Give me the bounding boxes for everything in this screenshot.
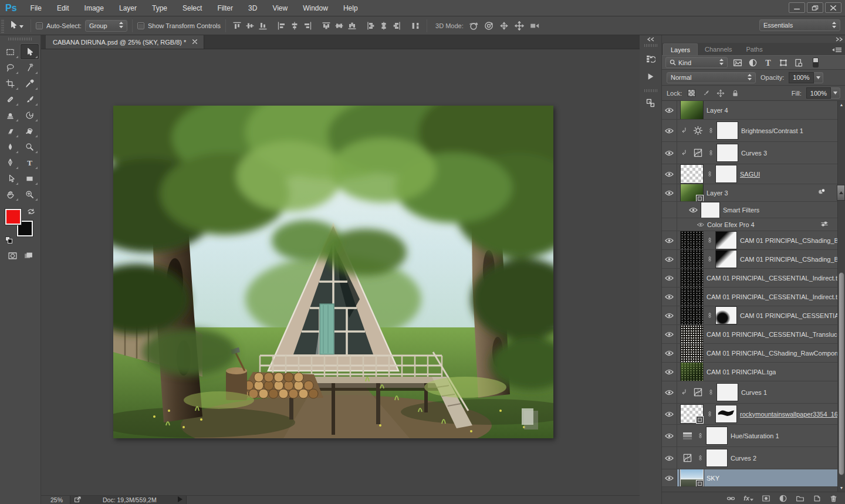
hand-tool[interactable] bbox=[1, 187, 19, 202]
layer-mask-thumbnail[interactable] bbox=[715, 231, 737, 249]
menu-item-view[interactable]: View bbox=[265, 0, 295, 16]
tools-panel-grip[interactable] bbox=[8, 38, 32, 40]
document-tab[interactable]: CABANA DIRUNA.psd @ 25% (SKY, RGB/8) * bbox=[46, 35, 204, 49]
layer-name[interactable]: Brightness/Contrast 1 bbox=[741, 127, 803, 134]
opacity-field[interactable]: 100% bbox=[789, 72, 823, 83]
new-layer-button[interactable] bbox=[813, 494, 822, 503]
3d-slide-button[interactable] bbox=[513, 19, 526, 32]
layer-visibility-toggle[interactable] bbox=[662, 404, 677, 424]
status-arrow-icon[interactable] bbox=[178, 496, 182, 503]
layer-visibility-toggle[interactable] bbox=[662, 325, 677, 343]
link-layers-button[interactable] bbox=[726, 494, 736, 503]
layer-row-content[interactable]: CAM 01 PRINCIPAL_CESSENTIAL_Indirect.t..… bbox=[677, 269, 845, 287]
layer-row-content[interactable]: CAM 01 PRINCIPAL_CShading_Bl... bbox=[677, 231, 845, 249]
layer-visibility-toggle[interactable] bbox=[662, 164, 677, 184]
menu-item-file[interactable]: File bbox=[23, 0, 49, 16]
layer-visibility-toggle[interactable] bbox=[662, 344, 677, 362]
auto-select-target-select[interactable]: Group bbox=[85, 20, 127, 32]
close-button[interactable] bbox=[825, 2, 841, 13]
layer-thumbnail[interactable] bbox=[680, 404, 704, 424]
layer-mask-thumbnail[interactable] bbox=[715, 306, 737, 324]
layer-visibility-toggle[interactable] bbox=[662, 363, 677, 381]
strip-grip[interactable] bbox=[644, 89, 657, 92]
menu-item-select[interactable]: Select bbox=[175, 0, 209, 16]
swap-colors-icon[interactable] bbox=[27, 208, 36, 219]
layer-row-cam-01-principal-cessential-[interactable]: CAM 01 PRINCIPAL_CESSENTIAL... bbox=[662, 306, 845, 325]
layer-row-content[interactable]: SAGUI bbox=[677, 164, 845, 184]
layer-thumbnail[interactable] bbox=[680, 269, 704, 287]
layer-row-content[interactable]: CAM 01 PRINCIPAL.tga bbox=[677, 363, 845, 381]
actions-panel-icon[interactable] bbox=[642, 68, 660, 84]
distribute-left-edges-button[interactable] bbox=[364, 19, 377, 32]
layer-name[interactable]: CAM 01 PRINCIPAL.tga bbox=[707, 368, 776, 376]
canvas-pasteboard[interactable] bbox=[41, 49, 640, 495]
menu-item-edit[interactable]: Edit bbox=[49, 0, 77, 16]
screen-mode-icon[interactable] bbox=[23, 251, 33, 263]
eyedropper-tool[interactable] bbox=[21, 76, 39, 91]
layer-name[interactable]: Hue/Saturation 1 bbox=[731, 432, 779, 439]
3d-drag-button[interactable] bbox=[498, 19, 511, 32]
layer-visibility-toggle[interactable] bbox=[662, 101, 677, 119]
layer-mask-thumbnail[interactable] bbox=[715, 405, 737, 423]
menu-item-filter[interactable]: Filter bbox=[209, 0, 241, 16]
quick-mask-icon[interactable] bbox=[8, 251, 18, 263]
document-canvas-image[interactable] bbox=[113, 106, 553, 438]
layer-thumbnail[interactable] bbox=[680, 469, 704, 486]
layer-name[interactable]: CAM 01 PRINCIPAL_CESSENTIAL_Indirect.tga bbox=[707, 293, 844, 300]
layer-row-cam-01-principal-cshading-rawcompon-[interactable]: CAM 01 PRINCIPAL_CShading_RawCompon... bbox=[662, 344, 845, 363]
layer-name[interactable]: rockymountainswallpaper3354_16... bbox=[740, 411, 843, 418]
layer-row-cam-01-principal-cshading-bl-[interactable]: CAM 01 PRINCIPAL_CShading_Bl... bbox=[662, 250, 845, 269]
layer-visibility-toggle[interactable] bbox=[662, 231, 677, 249]
new-adjustment-layer-button[interactable] bbox=[779, 494, 787, 503]
layer-name[interactable]: Smart Filters bbox=[723, 207, 759, 214]
document-info-field[interactable]: Doc: 19,3M/559,2M bbox=[70, 496, 187, 504]
strip-grip[interactable] bbox=[644, 44, 657, 47]
collapse-smart-filters-button[interactable] bbox=[837, 185, 845, 201]
layer-name[interactable]: Layer 3 bbox=[707, 190, 728, 197]
menu-item-help[interactable]: Help bbox=[336, 0, 366, 16]
layer-name[interactable]: Layer 4 bbox=[707, 107, 728, 114]
zoom-tool[interactable] bbox=[21, 187, 39, 202]
layer-row-content[interactable]: Brightness/Contrast 1 bbox=[677, 120, 845, 141]
clone-stamp-tool[interactable] bbox=[1, 107, 19, 123]
workspace-switcher[interactable]: Essentials bbox=[759, 19, 840, 31]
layer-thumbnail[interactable] bbox=[680, 184, 704, 201]
layer-row-content[interactable]: CAM 01 PRINCIPAL_CShading_RawCompon... bbox=[677, 344, 845, 362]
layer-visibility-toggle[interactable] bbox=[662, 425, 677, 447]
close-icon[interactable] bbox=[192, 39, 198, 46]
layer-visibility-toggle[interactable] bbox=[662, 120, 677, 141]
layer-name[interactable]: Curves 3 bbox=[741, 150, 767, 157]
distribute-horizontal-centers-button[interactable] bbox=[377, 19, 390, 32]
align-right-edges-button[interactable] bbox=[301, 19, 314, 32]
layer-visibility-toggle[interactable] bbox=[662, 469, 677, 486]
layer-name[interactable]: CAM 01 PRINCIPAL_CShading_Bl... bbox=[740, 237, 845, 244]
lock-transparent-pixels-icon[interactable] bbox=[687, 89, 696, 98]
scroll-up-icon[interactable]: ▲ bbox=[838, 101, 845, 109]
layer-visibility-toggle[interactable] bbox=[662, 142, 677, 164]
layer-row-rockymountainswallpaper3354-16-[interactable]: rockymountainswallpaper3354_16... bbox=[662, 404, 845, 425]
layer-thumbnail[interactable] bbox=[680, 363, 704, 381]
layer-row-content[interactable]: SKY bbox=[677, 469, 845, 486]
distribute-vertical-centers-button[interactable] bbox=[333, 19, 346, 32]
layer-thumbnail[interactable] bbox=[680, 287, 704, 306]
layer-visibility-toggle[interactable] bbox=[662, 202, 677, 218]
layer-mask-thumbnail[interactable] bbox=[701, 202, 720, 218]
fill-field[interactable]: 100% bbox=[806, 87, 840, 99]
align-top-edges-button[interactable] bbox=[231, 19, 244, 32]
layer-visibility-toggle[interactable] bbox=[662, 287, 677, 306]
menu-item-type[interactable]: Type bbox=[144, 0, 175, 16]
layer-mask-thumbnail[interactable] bbox=[706, 449, 728, 467]
layer-row-cam-01-principal-tga[interactable]: CAM 01 PRINCIPAL.tga bbox=[662, 363, 845, 381]
panel-menu-icon[interactable] bbox=[832, 45, 842, 56]
expand-dock-icon[interactable] bbox=[836, 37, 843, 42]
layer-row-content[interactable]: CAM 01 PRINCIPAL_CESSENTIAL... bbox=[677, 306, 845, 324]
type-layer-filter-icon[interactable]: T bbox=[762, 57, 773, 68]
layer-mask-thumbnail[interactable] bbox=[716, 144, 738, 162]
pen-tool[interactable] bbox=[1, 155, 19, 170]
layer-thumbnail[interactable] bbox=[680, 306, 704, 324]
history-brush-tool[interactable] bbox=[21, 107, 39, 123]
rectangle-shape-tool[interactable] bbox=[21, 171, 39, 186]
layer-thumbnail[interactable] bbox=[680, 231, 704, 249]
eraser-tool[interactable] bbox=[1, 123, 19, 138]
layer-name[interactable]: CAM 01 PRINCIPAL_CESSENTIAL... bbox=[740, 312, 845, 319]
